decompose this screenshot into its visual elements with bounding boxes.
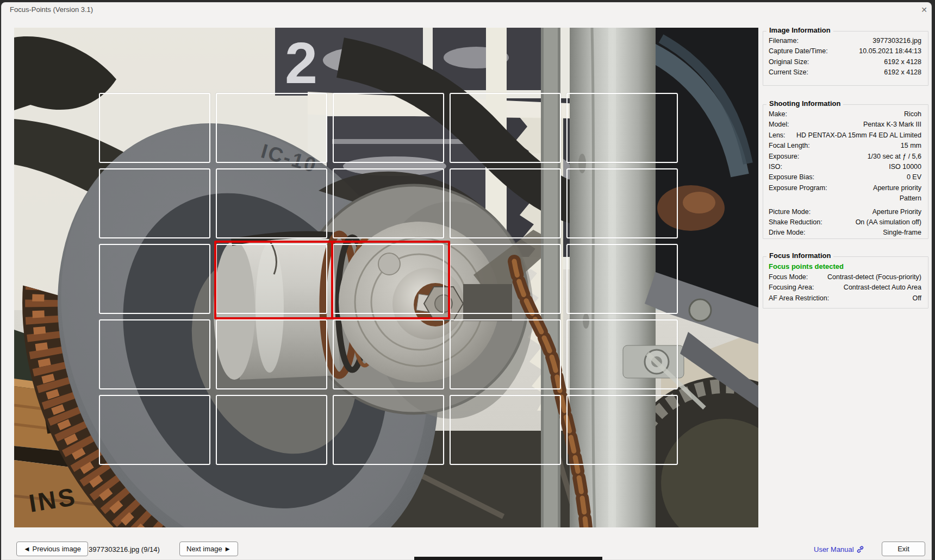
info-row: Capture Date/Time:10.05.2021 18:44:13 — [769, 46, 921, 56]
machine-photo: 2 6 NS INS — [14, 28, 758, 527]
taskbar-strip — [414, 557, 602, 560]
image-information-title: Image Information — [766, 26, 833, 34]
info-row: Current Size:6192 x 4128 — [769, 67, 921, 78]
link-icon — [857, 546, 864, 553]
info-label: Original Size: — [769, 57, 809, 67]
info-row: Drive Mode:Single-frame — [769, 228, 921, 238]
info-row: Shake Reduction:On (AA simulation off) — [769, 217, 921, 228]
user-manual-label: User Manual — [814, 545, 854, 553]
info-row: Exposure Program:Aperture priority — [769, 183, 921, 193]
info-row: Focusing Area:Contrast-detect Auto Area — [769, 282, 921, 293]
focus-status-text: Focus points detected — [769, 261, 921, 272]
info-label: Focusing Area: — [769, 282, 814, 293]
info-row: Focus Mode:Contrast-detect (Focus-priori… — [769, 272, 921, 282]
info-label: Model: — [769, 119, 789, 130]
info-label: Focus Mode: — [769, 272, 808, 282]
info-value: HD PENTAX-DA 15mm F4 ED AL Limited — [786, 130, 921, 141]
info-value: 6192 x 4128 — [809, 57, 921, 67]
info-row: Exposure:1/30 sec at ƒ / 5,6 — [769, 152, 921, 162]
info-row: AF Area Restriction:Off — [769, 293, 921, 304]
info-row: Exposure Bias:0 EV — [769, 172, 921, 183]
shooting-information-group: Shooting Information Make:RicohModel:Pen… — [763, 104, 928, 239]
info-row: Filename:3977303216.jpg — [769, 36, 921, 46]
shooting-information-rows: Make:RicohModel:Pentax K-3 Mark IIILens:… — [769, 109, 921, 238]
info-label: Shake Reduction: — [769, 217, 822, 228]
info-label: Exposure Bias: — [769, 172, 814, 183]
focus-information-rows: Focus Mode:Contrast-detect (Focus-priori… — [769, 272, 921, 304]
info-value: Single-frame — [805, 228, 921, 238]
next-image-button[interactable]: Next image ► — [179, 542, 238, 556]
info-label: ISO: — [769, 162, 782, 172]
info-value: Aperture Priority — [811, 207, 921, 217]
info-label: Drive Mode: — [769, 228, 805, 238]
info-row: Picture Mode:Aperture Priority — [769, 207, 921, 217]
info-value: Pentax K-3 Mark III — [789, 119, 921, 130]
info-label: Make: — [769, 109, 787, 119]
info-row: Pattern — [769, 193, 921, 204]
info-value: ISO 10000 — [782, 162, 921, 172]
info-value: 15 mm — [810, 141, 921, 151]
info-label: AF Area Restriction: — [769, 293, 829, 304]
user-manual-link[interactable]: User Manual — [814, 545, 864, 553]
info-value: Ricoh — [787, 109, 921, 119]
info-value: 6192 x 4128 — [808, 67, 921, 78]
photo-viewer: 2 6 NS INS — [14, 28, 758, 527]
info-value: Contrast-detect Auto Area — [814, 282, 921, 293]
image-position-label: 3977303216.jpg (9/14) — [89, 545, 160, 553]
info-label: Exposure: — [769, 152, 799, 162]
info-label: Focal Length: — [769, 141, 810, 151]
info-label: Capture Date/Time: — [769, 46, 828, 56]
previous-image-button[interactable]: ◄ Previous image — [16, 542, 88, 556]
info-row: Make:Ricoh — [769, 109, 921, 119]
image-information-group: Image Information Filename:3977303216.jp… — [763, 31, 928, 86]
info-row: Model:Pentax K-3 Mark III — [769, 119, 921, 130]
image-information-rows: Filename:3977303216.jpgCapture Date/Time… — [769, 36, 921, 78]
info-value: 3977303216.jpg — [799, 36, 921, 46]
focus-information-title: Focus Information — [766, 251, 833, 260]
info-row: ISO:ISO 10000 — [769, 162, 921, 172]
info-row: Focal Length:15 mm — [769, 141, 921, 151]
info-row: Original Size:6192 x 4128 — [769, 57, 921, 67]
info-row: Lens:HD PENTAX-DA 15mm F4 ED AL Limited — [769, 130, 921, 141]
info-value: 0 EV — [814, 172, 921, 183]
shooting-information-title: Shooting Information — [766, 99, 843, 108]
info-value: Pattern — [769, 193, 921, 204]
poster-number-2: 2 — [285, 30, 317, 96]
info-value: Aperture priority — [827, 183, 921, 193]
info-value: On (AA simulation off) — [822, 217, 921, 228]
info-value: 1/30 sec at ƒ / 5,6 — [799, 152, 921, 162]
info-label: Picture Mode: — [769, 207, 811, 217]
info-value: Contrast-detect (Focus-priority) — [808, 272, 921, 282]
info-label: Exposure Program: — [769, 183, 827, 193]
info-label: Lens: — [769, 130, 786, 141]
window-title: Focus-Points (Version 3.1) — [10, 5, 93, 14]
focus-information-group: Focus Information Focus points detected … — [763, 256, 928, 309]
info-value: Off — [829, 293, 921, 304]
info-label: Filename: — [769, 36, 799, 46]
info-label: Current Size: — [769, 67, 808, 78]
info-value: 10.05.2021 18:44:13 — [828, 46, 921, 56]
exit-button[interactable]: Exit — [882, 542, 925, 556]
close-icon[interactable]: ✕ — [917, 4, 932, 16]
